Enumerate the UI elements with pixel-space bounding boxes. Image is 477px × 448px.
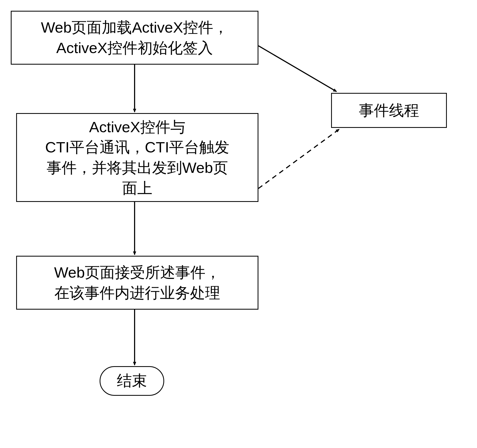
flow-end-label: 结束 xyxy=(117,371,147,391)
flow-end: 结束 xyxy=(100,366,164,396)
flow-step-label: Web页面加载ActiveX控件， ActiveX控件初始化签入 xyxy=(41,17,228,58)
flow-step-cti-communicate: ActiveX控件与 CTI平台通讯，CTI平台触发 事件，并将其出发到Web页… xyxy=(16,113,258,202)
flow-step-label: Web页面接受所述事件， 在该事件内进行业务处理 xyxy=(54,262,220,303)
svg-line-3 xyxy=(258,46,336,92)
svg-line-4 xyxy=(258,129,339,188)
flow-side-event-thread: 事件线程 xyxy=(331,93,447,128)
flow-step-label: ActiveX控件与 CTI平台通讯，CTI平台触发 事件，并将其出发到Web页… xyxy=(45,117,229,198)
flow-connectors xyxy=(0,0,477,448)
flow-step-load-activex: Web页面加载ActiveX控件， ActiveX控件初始化签入 xyxy=(11,11,258,65)
flow-step-web-receive: Web页面接受所述事件， 在该事件内进行业务处理 xyxy=(16,256,258,310)
flow-side-label: 事件线程 xyxy=(359,100,419,121)
